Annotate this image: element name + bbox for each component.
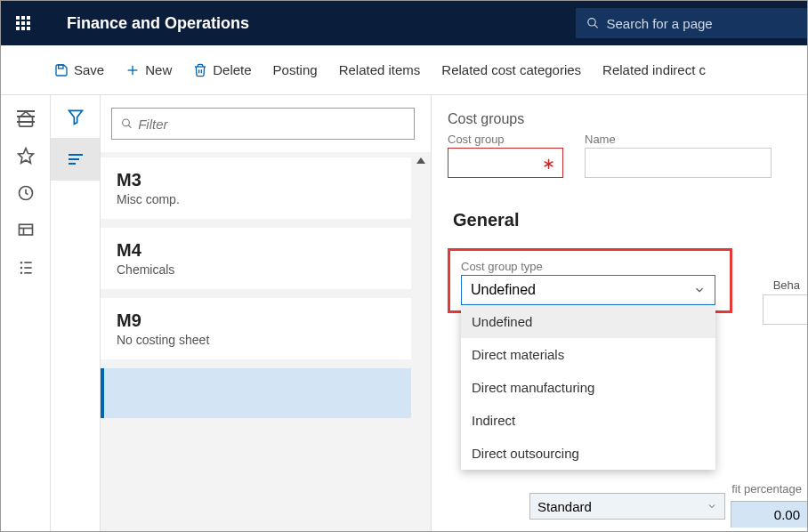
related-cost-categories-button[interactable]: Related cost categories xyxy=(441,62,581,77)
list-item[interactable]: M9 No costing sheet xyxy=(101,298,411,359)
sort-icon[interactable] xyxy=(51,138,100,181)
chevron-down-icon xyxy=(693,284,706,296)
search-icon xyxy=(121,117,133,130)
dropdown-option[interactable]: Direct manufacturing xyxy=(461,371,715,404)
chevron-up-icon[interactable] xyxy=(416,156,426,165)
filter-input[interactable] xyxy=(138,117,405,132)
behavior-label: Beha xyxy=(773,278,800,292)
cost-group-type-dropdown[interactable]: Undefined Undefined Direct materials Dir… xyxy=(461,275,719,305)
svg-point-23 xyxy=(123,119,130,126)
top-bar: Finance and Operations xyxy=(1,1,807,45)
dropdown-option[interactable]: Direct materials xyxy=(461,338,715,371)
dropdown-option[interactable]: Direct outsourcing xyxy=(461,437,715,470)
star-icon[interactable] xyxy=(17,147,35,165)
list-filter[interactable] xyxy=(111,108,415,140)
hamburger-icon[interactable] xyxy=(1,95,51,138)
app-title: Finance and Operations xyxy=(67,14,249,33)
modules-icon[interactable] xyxy=(17,259,35,277)
global-search[interactable] xyxy=(576,8,807,38)
related-indirect-button[interactable]: Related indirect c xyxy=(602,62,706,77)
svg-point-0 xyxy=(588,19,595,26)
behavior-field[interactable] xyxy=(763,294,807,325)
section-general: General xyxy=(453,210,807,230)
search-input[interactable] xyxy=(606,16,796,31)
highlighted-region: Cost group type Undefined Undefined Dire… xyxy=(448,248,732,313)
chevron-down-icon xyxy=(707,501,717,512)
svg-rect-10 xyxy=(19,224,32,235)
svg-marker-25 xyxy=(416,157,425,164)
list-item-selected[interactable] xyxy=(101,368,411,418)
svg-marker-8 xyxy=(18,149,33,164)
workspace-icon[interactable] xyxy=(17,222,35,239)
search-icon xyxy=(586,16,599,30)
dropdown-list: Undefined Direct materials Direct manufa… xyxy=(461,305,715,470)
app-launcher-icon[interactable] xyxy=(1,1,45,45)
svg-rect-5 xyxy=(59,65,63,69)
plus-icon xyxy=(125,63,140,77)
funnel-filter-icon[interactable] xyxy=(51,95,100,138)
command-bar: Save New Delete Posting Related items Re… xyxy=(1,45,807,95)
save-button[interactable]: Save xyxy=(54,62,104,77)
dropdown-option[interactable]: Undefined xyxy=(461,305,715,338)
svg-marker-19 xyxy=(69,110,82,124)
svg-line-1 xyxy=(594,25,598,28)
required-icon: ∗ xyxy=(542,154,555,173)
trash-icon xyxy=(193,63,207,77)
save-icon xyxy=(54,63,69,77)
name-field[interactable] xyxy=(585,148,772,178)
clock-icon[interactable] xyxy=(17,184,35,202)
profit-setting-dropdown[interactable]: Standard xyxy=(529,493,725,520)
cost-group-label: Cost group xyxy=(448,133,563,146)
posting-button[interactable]: Posting xyxy=(273,62,318,77)
svg-line-24 xyxy=(128,125,131,128)
name-label: Name xyxy=(585,133,772,146)
detail-pane: Cost groups Cost group ∗ Name General Co… xyxy=(432,95,807,532)
list-pane: M3 Misc comp. M4 Chemicals M9 No costing… xyxy=(101,95,432,532)
list-item[interactable]: M4 Chemicals xyxy=(101,228,411,289)
dropdown-option[interactable]: Indirect xyxy=(461,404,715,437)
list-toolstrip xyxy=(51,95,101,532)
new-button[interactable]: New xyxy=(125,62,172,77)
page-title: Cost groups xyxy=(448,111,807,127)
left-nav-rail xyxy=(1,95,51,532)
cost-group-type-label: Cost group type xyxy=(461,260,719,273)
cost-group-field[interactable]: ∗ xyxy=(448,148,563,178)
related-items-button[interactable]: Related items xyxy=(339,62,421,77)
list-item[interactable]: M3 Misc comp. xyxy=(101,157,411,219)
scrollbar[interactable] xyxy=(411,152,431,532)
delete-button[interactable]: Delete xyxy=(193,62,251,77)
